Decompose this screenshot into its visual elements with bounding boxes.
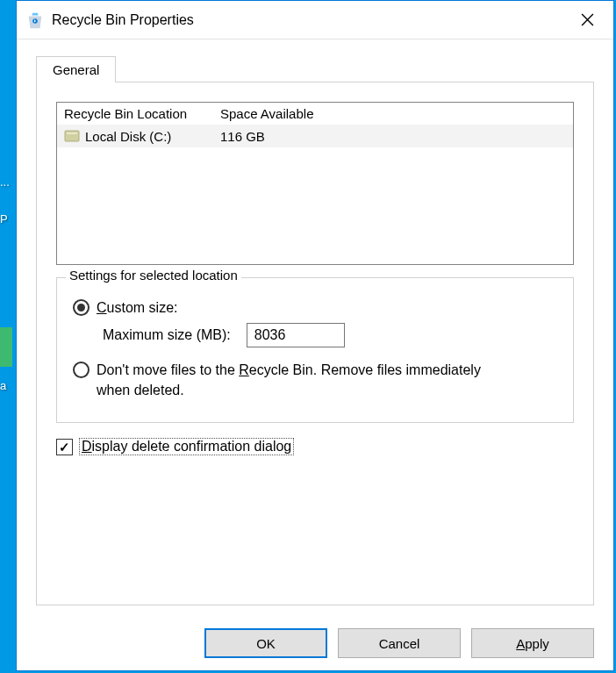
location-list-header: Recycle Bin Location Space Available: [57, 103, 573, 125]
checkbox-display-confirmation-label[interactable]: Display delete confirmation dialog: [80, 439, 293, 455]
settings-groupbox: Settings for selected location Custom si…: [56, 277, 574, 423]
desktop-label-fragment: ...: [0, 175, 10, 189]
desktop-label-fragment: a: [0, 379, 12, 392]
radio-dont-move-row: Don't move files to the Recycle Bin. Rem…: [73, 360, 557, 400]
cancel-button[interactable]: Cancel: [338, 628, 461, 658]
close-icon: [581, 13, 594, 26]
desktop-icon-fragment: [0, 327, 12, 367]
window-title: Recycle Bin Properties: [52, 12, 194, 28]
location-space: 116 GB: [213, 127, 573, 146]
tab-panel-general: Recycle Bin Location Space Available Loc…: [36, 82, 594, 605]
location-list[interactable]: Recycle Bin Location Space Available Loc…: [56, 102, 574, 265]
max-size-row: Maximum size (MB):: [103, 323, 557, 347]
location-name: Local Disk (C:): [85, 129, 171, 144]
tab-general[interactable]: General: [36, 56, 116, 82]
confirm-delete-row: Display delete confirmation dialog: [56, 439, 574, 455]
disk-icon: [64, 128, 80, 144]
tabstrip: General: [36, 52, 594, 82]
recycle-bin-properties-window: Recycle Bin Properties General Recycle B…: [16, 0, 614, 671]
client-area: General Recycle Bin Location Space Avail…: [17, 39, 613, 618]
checkbox-display-confirmation[interactable]: [56, 439, 73, 455]
titlebar: Recycle Bin Properties: [17, 1, 613, 39]
svg-rect-2: [67, 132, 77, 134]
svg-rect-1: [65, 131, 79, 141]
radio-custom-size-row: Custom size:: [73, 297, 557, 318]
close-button[interactable]: [564, 2, 610, 39]
radio-custom-size-label[interactable]: Custom size:: [97, 297, 177, 318]
column-header-space[interactable]: Space Available: [213, 103, 573, 125]
column-header-location[interactable]: Recycle Bin Location: [57, 103, 213, 125]
radio-dont-move[interactable]: [73, 362, 90, 378]
ok-button[interactable]: OK: [204, 628, 327, 658]
dialog-buttons: OK Cancel Apply: [17, 618, 613, 670]
recycle-bin-icon: [25, 11, 45, 30]
groupbox-title: Settings for selected location: [66, 268, 241, 283]
radio-dont-move-label[interactable]: Don't move files to the Recycle Bin. Rem…: [97, 360, 483, 400]
location-row[interactable]: Local Disk (C:) 116 GB: [57, 125, 573, 147]
max-size-label: Maximum size (MB):: [103, 327, 231, 343]
desktop-label-fragment: P: [0, 212, 12, 226]
max-size-input[interactable]: [247, 323, 345, 347]
radio-custom-size[interactable]: [73, 299, 90, 316]
apply-button[interactable]: Apply: [471, 628, 594, 658]
